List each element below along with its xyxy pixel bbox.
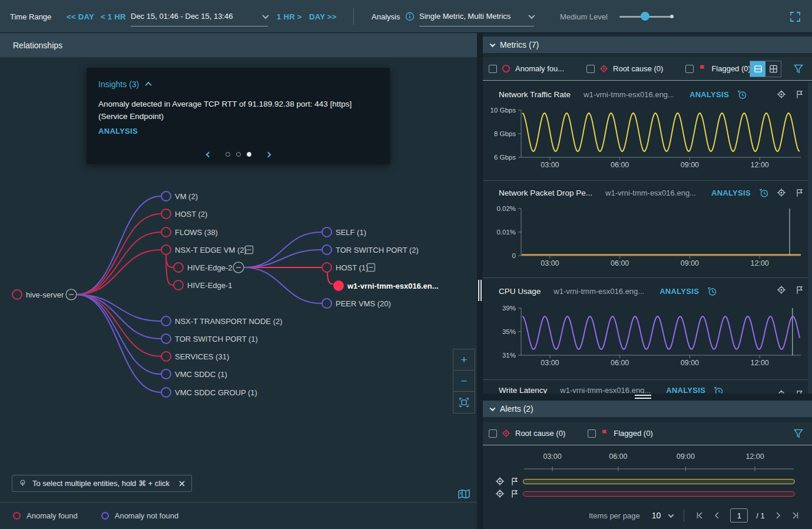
carousel-dot[interactable] <box>247 152 251 157</box>
page-size-value[interactable]: 10 <box>652 511 661 520</box>
locate-icon[interactable] <box>495 477 505 486</box>
topology-canvas[interactable]: hive-serverVM (2)HOST (2)FLOWS (38)NSX-T… <box>0 57 477 502</box>
next-day-button[interactable]: DAY >> <box>309 0 337 33</box>
checkbox[interactable] <box>489 429 497 438</box>
scrollbar[interactable] <box>808 82 812 394</box>
metrics-header[interactable]: Metrics (7) <box>483 37 812 53</box>
analysis-link[interactable]: ANALYSIS <box>659 287 699 296</box>
metric-card-cpu-usage[interactable]: CPU Usage w1-vrni-tmm-esx016.eng... ANAL… <box>483 278 812 380</box>
next-page-button[interactable] <box>773 511 783 520</box>
collapse-box-icon[interactable] <box>367 264 375 272</box>
carousel-prev-icon[interactable] <box>206 151 211 157</box>
history-icon[interactable] <box>707 286 717 296</box>
collapse-insights-icon[interactable] <box>145 82 152 88</box>
analysis-link[interactable]: ANALYSIS <box>711 189 751 197</box>
flag-icon[interactable] <box>511 490 519 498</box>
panel-resizer-vertical[interactable] <box>477 33 483 529</box>
checkbox[interactable] <box>588 429 596 438</box>
filter-flagged[interactable]: Flagged (0) <box>588 429 652 438</box>
zoom-out-button[interactable]: − <box>453 371 475 392</box>
filter-flagged[interactable]: Flagged (0) <box>685 64 750 73</box>
tree-node-vmc-sddc-group[interactable]: VMC SDDC GROUP (1) <box>161 388 257 397</box>
carousel-dot[interactable] <box>226 152 230 157</box>
filter-anomaly-found[interactable]: Anomaly fou... <box>489 64 564 73</box>
prev-page-button[interactable] <box>712 511 722 520</box>
funnel-icon[interactable] <box>793 428 804 439</box>
tree-node-w1-host[interactable]: w1-vrni-tmm-esx016.en... <box>333 280 439 291</box>
fit-to-screen-button[interactable] <box>453 392 475 413</box>
flag-icon[interactable] <box>796 189 804 197</box>
fullscreen-icon[interactable] <box>790 0 801 33</box>
page-input[interactable]: 1 <box>730 508 748 523</box>
alert-duration-bar[interactable] <box>523 479 795 484</box>
tree-node-hive-server[interactable]: hive-server <box>12 290 64 299</box>
analysis-link[interactable]: ANALYSIS <box>666 386 705 394</box>
carousel-dot[interactable] <box>236 152 241 157</box>
tree-node-host-1[interactable]: HOST (1) <box>322 263 368 272</box>
tree-node-nsxt-edge-vm[interactable]: NSX-T EDGE VM (2) <box>161 245 247 254</box>
tree-node-hive-edge-1[interactable]: HIVE-Edge-1 <box>174 280 233 290</box>
checkbox[interactable] <box>489 65 497 73</box>
locate-icon[interactable] <box>777 285 786 295</box>
metric-card-write-latency[interactable]: Write Latency w1-vrni-tmm-esx016.eng... … <box>483 380 812 394</box>
tree-node-nsxt-transport-node[interactable]: NSX-T TRANSPORT NODE (2) <box>161 316 283 326</box>
tree-node-tor-switch-port-1[interactable]: TOR SWITCH PORT (1) <box>161 334 258 343</box>
analysis-link[interactable]: ANALYSIS <box>690 90 729 99</box>
close-icon[interactable] <box>178 480 185 487</box>
filter-root-cause[interactable]: Root cause (0) <box>586 64 663 73</box>
history-icon[interactable] <box>714 386 724 394</box>
locate-icon[interactable] <box>777 389 786 394</box>
time-range-select[interactable]: Dec 15, 01:46 - Dec 15, 13:46 <box>131 6 268 27</box>
metric-chart[interactable]: 39%35%31%03:0006:0009:0012:00 <box>483 304 804 370</box>
grid-view-icon[interactable] <box>765 61 781 77</box>
locate-icon[interactable] <box>777 90 786 99</box>
tree-node-self[interactable]: SELF (1) <box>322 227 366 237</box>
alert-row[interactable] <box>495 489 519 498</box>
filter-root-cause[interactable]: Root cause (0) <box>489 429 565 438</box>
alert-duration-bar[interactable] <box>523 491 795 497</box>
history-icon[interactable] <box>759 188 769 198</box>
metric-chart[interactable]: 0.02%0.01%003:0006:0009:0012:00 <box>483 204 804 270</box>
rows-view-icon[interactable] <box>750 61 765 77</box>
prev-hour-button[interactable]: < 1 HR <box>101 0 126 33</box>
collapse-control-icon[interactable] <box>66 289 77 300</box>
zoom-in-button[interactable]: + <box>453 349 475 371</box>
checkbox[interactable] <box>685 65 694 73</box>
tree-node-services[interactable]: SERVICES (31) <box>161 352 229 361</box>
flag-icon[interactable] <box>511 477 519 486</box>
collapse-control-icon[interactable] <box>233 262 244 273</box>
alert-row[interactable] <box>495 477 519 486</box>
carousel-next-icon[interactable] <box>265 151 271 157</box>
flag-icon[interactable] <box>796 90 804 99</box>
tree-node-hive-edge-2[interactable]: HIVE-Edge-2 <box>174 263 233 272</box>
drag-handle-icon[interactable] <box>478 280 482 301</box>
minimap-toggle-button[interactable] <box>453 485 475 502</box>
level-slider[interactable] <box>619 12 672 21</box>
tree-node-vm[interactable]: VM (2) <box>161 191 198 201</box>
alerts-header[interactable]: Alerts (2) <box>483 401 812 417</box>
funnel-icon[interactable] <box>793 64 804 74</box>
flag-icon[interactable] <box>796 286 804 295</box>
tree-node-host-2[interactable]: HOST (2) <box>161 209 207 219</box>
locate-icon[interactable] <box>495 489 505 498</box>
locate-icon[interactable] <box>777 188 786 197</box>
info-icon[interactable] <box>405 0 415 33</box>
tree-node-flows[interactable]: FLOWS (38) <box>161 227 218 237</box>
metric-card-network-packet-drop[interactable]: Network Packet Drop Pe... w1-vrni-tmm-es… <box>483 181 812 278</box>
analysis-select[interactable]: Single Metric, Multi Metrics <box>419 6 534 27</box>
slider-thumb[interactable] <box>641 12 649 21</box>
first-page-button[interactable] <box>695 511 704 520</box>
tree-node-peer-vms[interactable]: PEER VMS (20) <box>322 299 391 308</box>
tree-node-vmc-sddc[interactable]: VMC SDDC (1) <box>161 369 227 379</box>
metric-chart[interactable]: 10 Gbps8 Gbps6 Gbps03:0006:0009:0012:00 <box>483 106 804 172</box>
checkbox[interactable] <box>586 65 595 73</box>
tree-node-tor-switch-port-2[interactable]: TOR SWITCH PORT (2) <box>322 245 419 254</box>
history-icon[interactable] <box>737 90 747 100</box>
prev-day-button[interactable]: << DAY <box>67 0 94 33</box>
metric-card-network-traffic-rate[interactable]: Network Traffic Rate w1-vrni-tmm-esx016.… <box>483 82 812 181</box>
last-page-button[interactable] <box>791 511 800 520</box>
insight-analysis-link[interactable]: ANALYSIS <box>98 127 378 135</box>
chevron-down-icon[interactable] <box>668 512 674 518</box>
next-hour-button[interactable]: 1 HR > <box>277 0 302 33</box>
panel-resizer-horizontal[interactable] <box>483 394 812 401</box>
